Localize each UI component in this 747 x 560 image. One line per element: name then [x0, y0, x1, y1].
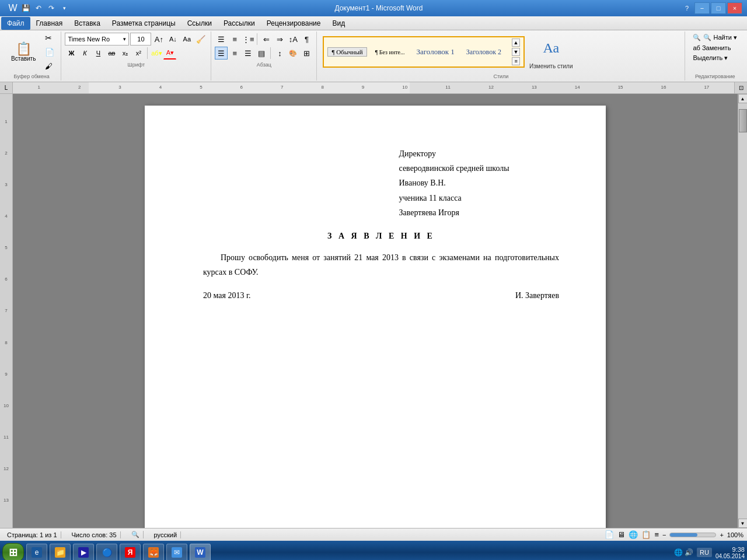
taskbar-firefox[interactable]: 🦊 [143, 544, 164, 560]
scroll-down-button[interactable]: ▼ [738, 519, 748, 528]
language-btn[interactable]: RU [697, 548, 712, 557]
decrease-indent-button[interactable]: ⇐ [260, 33, 273, 46]
styles-group: ¶ Обычный ¶ Без инте... Заголовок 1 Заго… [317, 32, 685, 80]
styles-expand[interactable]: ≡ [512, 57, 520, 65]
zoom-slider[interactable] [669, 533, 716, 537]
italic-button[interactable]: К [78, 47, 91, 60]
taskbar-word[interactable]: W [190, 544, 211, 560]
word-count: Число слов: 35 [68, 531, 121, 538]
subscript-button[interactable]: х₂ [118, 47, 131, 60]
window-controls: ? − □ × [685, 2, 742, 14]
increase-indent-button[interactable]: ⇒ [273, 33, 286, 46]
increase-font-button[interactable]: A↑ [152, 33, 165, 46]
styles-panel: ¶ Обычный ¶ Без инте... Заголовок 1 Заго… [323, 36, 525, 68]
menu-view[interactable]: Вид [326, 17, 351, 30]
menu-home[interactable]: Главная [30, 17, 69, 30]
font-size-input[interactable]: 10 [130, 33, 151, 46]
taskbar-explorer[interactable]: 📁 [50, 544, 71, 560]
view-outline-btn[interactable]: ≡ [654, 530, 659, 539]
font-name-dropdown-icon[interactable]: ▾ [123, 36, 126, 42]
document-body[interactable]: Прошу освободить меня от занятий 21 мая … [203, 250, 559, 279]
styles-scroll-down[interactable]: ▼ [512, 48, 520, 56]
numbered-list-button[interactable]: ≡ [228, 33, 241, 46]
clear-format-button[interactable]: 🧹 [194, 33, 207, 46]
underline-button[interactable]: Ч [92, 47, 104, 60]
align-right-button[interactable]: ☰ [242, 47, 254, 60]
show-formatting-button[interactable]: ¶ [300, 33, 313, 46]
ruler-options-btn[interactable]: ⊡ [734, 82, 747, 94]
shading-button[interactable]: 🎨 [287, 47, 299, 60]
view-fullscreen-btn[interactable]: 🖥 [617, 530, 625, 539]
align-left-button[interactable]: ☰ [215, 47, 228, 60]
language-indicator[interactable]: русский [151, 531, 181, 538]
separator [147, 47, 148, 59]
main-area: 12345 678910 111213 Директору северодвин… [0, 94, 747, 528]
taskbar-ie[interactable]: e [26, 544, 47, 560]
line-spacing-button[interactable]: ↕ [273, 47, 286, 60]
undo-quick-btn[interactable]: ↶ [33, 2, 44, 14]
paste-button[interactable]: 📋 Вставить [6, 40, 41, 64]
spell-check-icon[interactable]: 🔍 [128, 531, 144, 538]
align-center-button[interactable]: ≡ [228, 47, 241, 60]
scroll-track[interactable] [738, 103, 747, 519]
change-styles-btn[interactable]: Изменить стили [529, 63, 573, 69]
zoom-out-btn[interactable]: − [662, 531, 666, 538]
style-normal[interactable]: ¶ Обычный [327, 47, 366, 57]
systray-icons: 🌐 🔊 [674, 548, 693, 556]
menu-insert[interactable]: Вставка [68, 17, 106, 30]
taskbar-mail[interactable]: ✉ [166, 544, 187, 560]
menu-mailings[interactable]: Рассылки [218, 17, 261, 30]
menu-references[interactable]: Ссылки [181, 17, 218, 30]
maximize-button[interactable]: □ [711, 2, 726, 14]
styles-scroll-up[interactable]: ▲ [512, 38, 520, 47]
view-web-btn[interactable]: 🌐 [629, 530, 638, 539]
select-label: Выделить ▾ [693, 54, 728, 62]
close-button[interactable]: × [727, 2, 742, 14]
superscript-button[interactable]: х² [132, 47, 145, 60]
document-container[interactable]: Директору северодвинской средней школы И… [13, 94, 738, 528]
scroll-thumb[interactable] [739, 109, 747, 132]
find-button[interactable]: 🔍 🔍 Найти ▾ [689, 33, 741, 43]
taskbar-media[interactable]: ▶ [73, 544, 94, 560]
help-icon[interactable]: ? [685, 5, 689, 12]
font-color-button[interactable]: А▾ [163, 47, 176, 60]
view-print-btn[interactable]: 📄 [605, 530, 614, 539]
style-heading1[interactable]: Заголовок 1 [413, 47, 458, 57]
zoom-in-btn[interactable]: + [720, 531, 723, 538]
borders-button[interactable]: ⊞ [300, 47, 313, 60]
styles-big-btn[interactable]: Аа [536, 36, 566, 61]
bullet-list-button[interactable]: ☰ [215, 33, 228, 46]
style-heading2[interactable]: Заголовок 2 [463, 47, 505, 57]
format-painter-button[interactable]: 🖌 [42, 60, 57, 72]
taskbar-chrome[interactable]: 🔵 [96, 544, 117, 560]
replace-button[interactable]: аб Заменить [689, 43, 741, 52]
strikethrough-button[interactable]: ав [105, 47, 118, 60]
yandex-icon: Я [125, 547, 135, 558]
view-draft-btn[interactable]: 📋 [641, 530, 651, 539]
start-button[interactable]: ⊞ [2, 543, 24, 560]
save-quick-btn[interactable]: 💾 [20, 2, 32, 14]
scroll-up-button[interactable]: ▲ [738, 94, 748, 103]
select-button[interactable]: Выделить ▾ [689, 53, 741, 63]
justify-button[interactable]: ▤ [255, 47, 268, 60]
bold-button[interactable]: Ж [65, 47, 78, 60]
menu-file[interactable]: Файл [1, 17, 30, 30]
menu-review[interactable]: Рецензирование [261, 17, 327, 30]
decrease-font-button[interactable]: A↓ [166, 33, 179, 46]
style-no-spacing[interactable]: ¶ Без инте... [372, 48, 409, 56]
taskbar-yandex[interactable]: Я [120, 544, 141, 560]
text-highlight-button[interactable]: аб▾ [150, 47, 163, 60]
menu-page-layout[interactable]: Разметка страницы [106, 17, 181, 30]
cut-button[interactable]: ✂ [42, 32, 57, 44]
ruler-corner[interactable]: L [0, 82, 13, 94]
copy-button[interactable]: 📄 [42, 46, 57, 58]
font-name-input[interactable]: Times New Ro ▾ [65, 33, 129, 46]
sep2 [257, 33, 257, 45]
multilevel-list-button[interactable]: ⋮≡ [242, 33, 254, 46]
change-case-button[interactable]: Аа [180, 33, 193, 46]
customize-quick-btn[interactable]: ▾ [58, 2, 70, 14]
document-page[interactable]: Директору северодвинской средней школы И… [145, 106, 606, 528]
sort-button[interactable]: ↕A [287, 33, 299, 46]
minimize-button[interactable]: − [694, 2, 710, 14]
redo-quick-btn[interactable]: ↷ [46, 2, 57, 14]
